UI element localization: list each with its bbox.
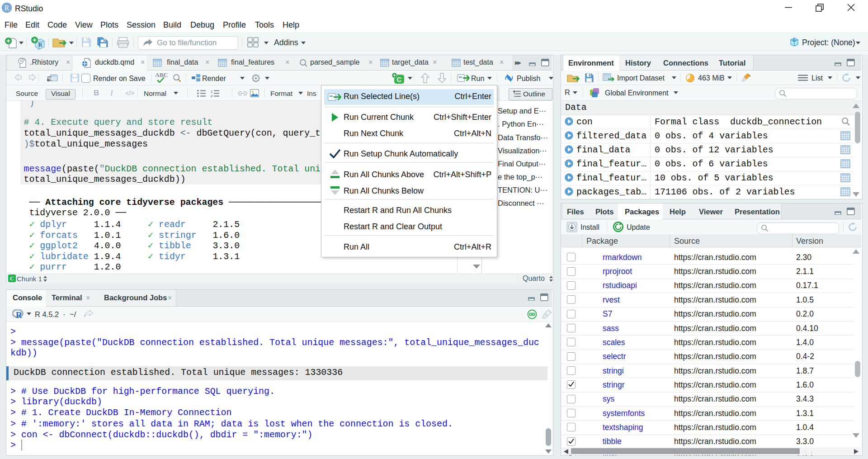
- svg-text:R: R: [793, 38, 796, 43]
- svg-text:C: C: [397, 76, 402, 83]
- svg-text:R: R: [5, 4, 9, 12]
- svg-text:R: R: [38, 42, 42, 48]
- svg-text:1: 1: [211, 90, 212, 94]
- svg-text:2: 2: [211, 94, 212, 98]
- svg-text:R: R: [16, 310, 22, 319]
